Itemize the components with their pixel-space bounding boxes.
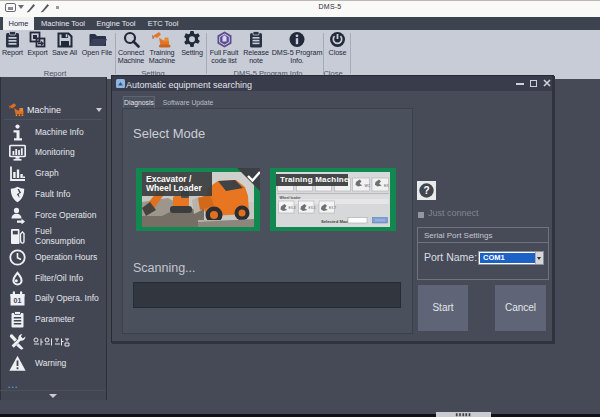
svg-text:WC: WC — [365, 184, 371, 188]
svg-text:?: ? — [423, 185, 429, 196]
svg-text:EX-5: EX-5 — [309, 206, 316, 210]
svg-text:Wheel loader: Wheel loader — [280, 196, 302, 200]
svg-text:EX: EX — [384, 184, 389, 188]
svg-text:EX-3: EX-3 — [289, 206, 296, 210]
svg-text:01: 01 — [14, 297, 22, 304]
svg-text:EX-7: EX-7 — [329, 206, 336, 210]
